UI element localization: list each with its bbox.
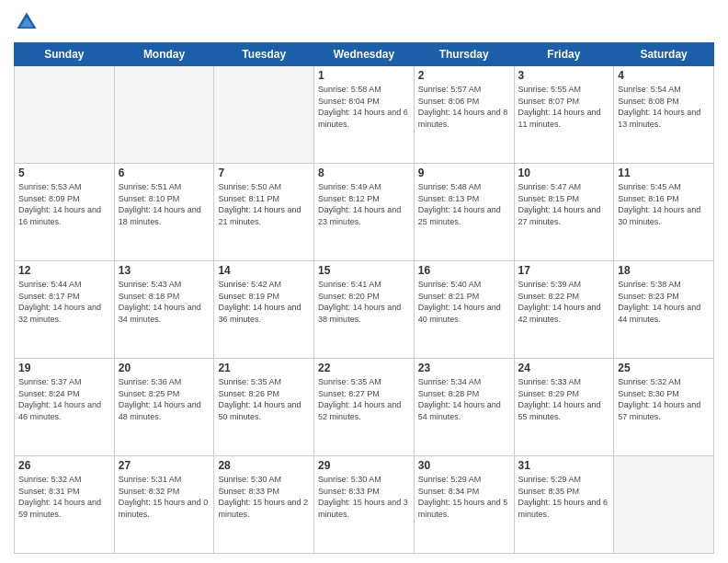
page: SundayMondayTuesdayWednesdayThursdayFrid… <box>0 0 728 563</box>
day-number: 25 <box>618 362 710 374</box>
day-number: 23 <box>418 362 510 374</box>
day-cell: 3Sunrise: 5:55 AM Sunset: 8:07 PM Daylig… <box>514 66 614 164</box>
day-number: 22 <box>318 362 410 374</box>
day-info: Sunrise: 5:50 AM Sunset: 8:11 PM Dayligh… <box>218 181 310 227</box>
day-cell: 27Sunrise: 5:31 AM Sunset: 8:32 PM Dayli… <box>114 456 214 554</box>
day-cell <box>614 456 714 554</box>
day-number: 6 <box>119 167 210 179</box>
day-number: 18 <box>618 264 710 277</box>
day-cell: 1Sunrise: 5:58 AM Sunset: 8:04 PM Daylig… <box>314 66 415 164</box>
day-info: Sunrise: 5:36 AM Sunset: 8:25 PM Dayligh… <box>119 376 210 422</box>
day-cell <box>214 66 314 164</box>
day-info: Sunrise: 5:30 AM Sunset: 8:33 PM Dayligh… <box>318 474 410 520</box>
day-info: Sunrise: 5:39 AM Sunset: 8:22 PM Dayligh… <box>518 279 610 325</box>
day-cell: 22Sunrise: 5:35 AM Sunset: 8:27 PM Dayli… <box>314 359 415 456</box>
day-info: Sunrise: 5:42 AM Sunset: 8:19 PM Dayligh… <box>218 279 310 325</box>
day-cell: 26Sunrise: 5:32 AM Sunset: 8:31 PM Dayli… <box>15 456 115 554</box>
day-info: Sunrise: 5:34 AM Sunset: 8:28 PM Dayligh… <box>418 376 510 422</box>
day-cell: 23Sunrise: 5:34 AM Sunset: 8:28 PM Dayli… <box>414 359 514 456</box>
day-cell: 20Sunrise: 5:36 AM Sunset: 8:25 PM Dayli… <box>114 359 214 456</box>
day-cell: 13Sunrise: 5:43 AM Sunset: 8:18 PM Dayli… <box>114 261 214 359</box>
weekday-header-thursday: Thursday <box>414 43 514 66</box>
day-number: 26 <box>18 459 110 472</box>
day-info: Sunrise: 5:45 AM Sunset: 8:16 PM Dayligh… <box>618 181 710 227</box>
day-number: 1 <box>318 69 410 82</box>
day-number: 19 <box>18 362 110 374</box>
day-number: 30 <box>418 459 510 472</box>
day-cell: 17Sunrise: 5:39 AM Sunset: 8:22 PM Dayli… <box>514 261 614 359</box>
day-number: 29 <box>318 459 410 472</box>
day-number: 10 <box>518 167 610 179</box>
day-info: Sunrise: 5:37 AM Sunset: 8:24 PM Dayligh… <box>18 376 110 422</box>
day-info: Sunrise: 5:41 AM Sunset: 8:20 PM Dayligh… <box>318 279 410 325</box>
day-cell: 6Sunrise: 5:51 AM Sunset: 8:10 PM Daylig… <box>114 164 214 261</box>
day-number: 24 <box>518 362 610 374</box>
day-cell: 29Sunrise: 5:30 AM Sunset: 8:33 PM Dayli… <box>314 456 415 554</box>
day-info: Sunrise: 5:40 AM Sunset: 8:21 PM Dayligh… <box>418 279 510 325</box>
day-info: Sunrise: 5:47 AM Sunset: 8:15 PM Dayligh… <box>518 181 610 227</box>
day-info: Sunrise: 5:43 AM Sunset: 8:18 PM Dayligh… <box>119 279 210 325</box>
day-number: 3 <box>518 69 610 82</box>
day-cell <box>15 66 115 164</box>
day-info: Sunrise: 5:35 AM Sunset: 8:27 PM Dayligh… <box>318 376 410 422</box>
day-number: 16 <box>418 264 510 277</box>
week-row-2: 5Sunrise: 5:53 AM Sunset: 8:09 PM Daylig… <box>15 164 714 261</box>
logo-icon <box>14 9 40 35</box>
weekday-header-monday: Monday <box>114 43 214 66</box>
day-number: 14 <box>218 264 310 277</box>
day-number: 17 <box>518 264 610 277</box>
day-info: Sunrise: 5:51 AM Sunset: 8:10 PM Dayligh… <box>119 181 210 227</box>
day-number: 27 <box>119 459 210 472</box>
day-number: 21 <box>218 362 310 374</box>
weekday-header-tuesday: Tuesday <box>214 43 314 66</box>
weekday-header-sunday: Sunday <box>15 43 115 66</box>
day-cell: 5Sunrise: 5:53 AM Sunset: 8:09 PM Daylig… <box>15 164 115 261</box>
day-info: Sunrise: 5:32 AM Sunset: 8:31 PM Dayligh… <box>18 474 110 520</box>
weekday-header-friday: Friday <box>514 43 614 66</box>
day-info: Sunrise: 5:44 AM Sunset: 8:17 PM Dayligh… <box>18 279 110 325</box>
day-number: 9 <box>418 167 510 179</box>
day-number: 12 <box>18 264 110 277</box>
day-cell: 9Sunrise: 5:48 AM Sunset: 8:13 PM Daylig… <box>414 164 514 261</box>
day-info: Sunrise: 5:33 AM Sunset: 8:29 PM Dayligh… <box>518 376 610 422</box>
day-cell: 19Sunrise: 5:37 AM Sunset: 8:24 PM Dayli… <box>15 359 115 456</box>
day-info: Sunrise: 5:38 AM Sunset: 8:23 PM Dayligh… <box>618 279 710 325</box>
day-info: Sunrise: 5:54 AM Sunset: 8:08 PM Dayligh… <box>618 84 710 130</box>
day-cell: 16Sunrise: 5:40 AM Sunset: 8:21 PM Dayli… <box>414 261 514 359</box>
day-cell: 8Sunrise: 5:49 AM Sunset: 8:12 PM Daylig… <box>314 164 415 261</box>
day-info: Sunrise: 5:49 AM Sunset: 8:12 PM Dayligh… <box>318 181 410 227</box>
weekday-header-row: SundayMondayTuesdayWednesdayThursdayFrid… <box>15 43 714 66</box>
day-info: Sunrise: 5:30 AM Sunset: 8:33 PM Dayligh… <box>218 474 310 520</box>
day-number: 8 <box>318 167 410 179</box>
day-cell: 4Sunrise: 5:54 AM Sunset: 8:08 PM Daylig… <box>614 66 714 164</box>
day-number: 13 <box>119 264 210 277</box>
day-cell: 31Sunrise: 5:29 AM Sunset: 8:35 PM Dayli… <box>514 456 614 554</box>
week-row-1: 1Sunrise: 5:58 AM Sunset: 8:04 PM Daylig… <box>15 66 714 164</box>
day-info: Sunrise: 5:53 AM Sunset: 8:09 PM Dayligh… <box>18 181 110 227</box>
day-info: Sunrise: 5:31 AM Sunset: 8:32 PM Dayligh… <box>119 474 210 520</box>
week-row-3: 12Sunrise: 5:44 AM Sunset: 8:17 PM Dayli… <box>15 261 714 359</box>
day-number: 7 <box>218 167 310 179</box>
day-info: Sunrise: 5:48 AM Sunset: 8:13 PM Dayligh… <box>418 181 510 227</box>
day-cell: 12Sunrise: 5:44 AM Sunset: 8:17 PM Dayli… <box>15 261 115 359</box>
day-info: Sunrise: 5:57 AM Sunset: 8:06 PM Dayligh… <box>418 84 510 130</box>
day-cell: 7Sunrise: 5:50 AM Sunset: 8:11 PM Daylig… <box>214 164 314 261</box>
weekday-header-saturday: Saturday <box>614 43 714 66</box>
day-info: Sunrise: 5:32 AM Sunset: 8:30 PM Dayligh… <box>618 376 710 422</box>
day-cell: 28Sunrise: 5:30 AM Sunset: 8:33 PM Dayli… <box>214 456 314 554</box>
day-number: 28 <box>218 459 310 472</box>
weekday-header-wednesday: Wednesday <box>314 43 415 66</box>
day-cell: 24Sunrise: 5:33 AM Sunset: 8:29 PM Dayli… <box>514 359 614 456</box>
day-number: 20 <box>119 362 210 374</box>
day-cell: 18Sunrise: 5:38 AM Sunset: 8:23 PM Dayli… <box>614 261 714 359</box>
day-number: 11 <box>618 167 710 179</box>
day-cell: 25Sunrise: 5:32 AM Sunset: 8:30 PM Dayli… <box>614 359 714 456</box>
calendar: SundayMondayTuesdayWednesdayThursdayFrid… <box>14 42 714 554</box>
week-row-5: 26Sunrise: 5:32 AM Sunset: 8:31 PM Dayli… <box>15 456 714 554</box>
logo <box>14 9 41 35</box>
day-info: Sunrise: 5:29 AM Sunset: 8:34 PM Dayligh… <box>418 474 510 520</box>
day-cell: 10Sunrise: 5:47 AM Sunset: 8:15 PM Dayli… <box>514 164 614 261</box>
day-number: 4 <box>618 69 710 82</box>
day-info: Sunrise: 5:29 AM Sunset: 8:35 PM Dayligh… <box>518 474 610 520</box>
day-cell: 14Sunrise: 5:42 AM Sunset: 8:19 PM Dayli… <box>214 261 314 359</box>
